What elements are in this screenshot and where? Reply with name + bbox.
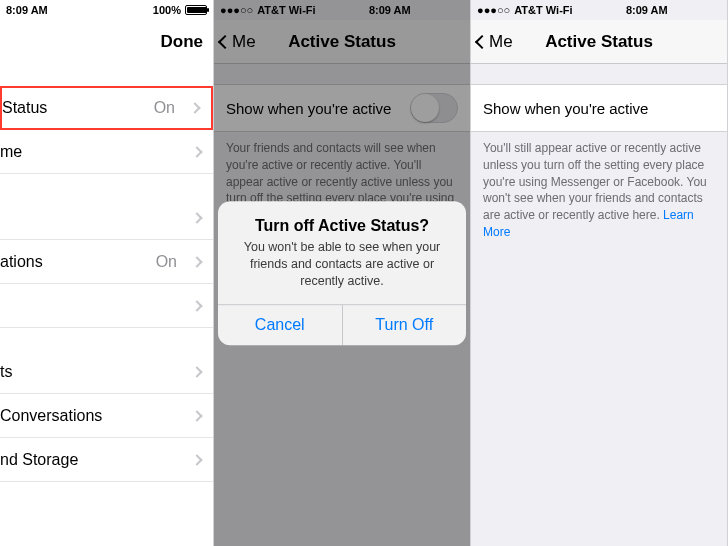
- confirm-dialog: Turn off Active Status? You won't be abl…: [218, 201, 466, 345]
- chevron-right-icon: [191, 300, 202, 311]
- row-label: me: [0, 143, 22, 161]
- back-label: Me: [489, 32, 513, 52]
- status-time: 8:09 AM: [6, 4, 48, 16]
- battery-icon: [185, 5, 207, 15]
- chevron-right-icon: [191, 410, 202, 421]
- row-data-storage[interactable]: nd Storage: [0, 438, 213, 482]
- dialog-title: Turn off Active Status?: [218, 201, 466, 239]
- dialog-buttons: Cancel Turn Off: [218, 304, 466, 345]
- row-label: nd Storage: [0, 451, 78, 469]
- row-label: ts: [0, 363, 12, 381]
- signal-dots-icon: ●●●○○: [477, 4, 510, 16]
- row-item[interactable]: [0, 284, 213, 328]
- row-active-status[interactable]: Status On: [0, 86, 213, 130]
- description-text: You'll still appear active or recently a…: [471, 132, 727, 241]
- chevron-right-icon: [191, 146, 202, 157]
- row-value: On: [154, 99, 175, 117]
- settings-panel: 8:09 AM 100% Done Status On me ations On: [0, 0, 214, 546]
- settings-group-3: ts Conversations nd Storage: [0, 350, 213, 482]
- row-label: ations: [0, 253, 43, 271]
- settings-group-1: Status On me: [0, 86, 213, 174]
- turn-off-button[interactable]: Turn Off: [343, 305, 467, 345]
- chevron-right-icon: [189, 102, 200, 113]
- row-username[interactable]: me: [0, 130, 213, 174]
- status-carrier: AT&T Wi-Fi: [514, 4, 572, 16]
- row-notifications[interactable]: ations On: [0, 240, 213, 284]
- status-battery-pct: 100%: [153, 4, 181, 16]
- chevron-right-icon: [191, 212, 202, 223]
- active-status-panel-off: ●●●○○ AT&T Wi-Fi 8:09 AM Me Active Statu…: [471, 0, 728, 546]
- row-payments[interactable]: ts: [0, 350, 213, 394]
- nav-title: Active Status: [545, 32, 653, 52]
- chevron-right-icon: [191, 454, 202, 465]
- row-label: Show when you're active: [483, 100, 648, 117]
- cancel-button[interactable]: Cancel: [218, 305, 343, 345]
- dialog-message: You won't be able to see when your frien…: [218, 239, 466, 304]
- row-item[interactable]: [0, 196, 213, 240]
- status-time: 8:09 AM: [626, 4, 668, 16]
- nav-bar: Me Active Status: [471, 20, 727, 64]
- row-label: Status: [2, 99, 47, 117]
- row-label: Conversations: [0, 407, 102, 425]
- chevron-left-icon: [475, 34, 489, 48]
- row-value: On: [156, 253, 177, 271]
- show-active-row[interactable]: Show when you're active: [471, 84, 727, 132]
- done-button[interactable]: Done: [161, 32, 204, 52]
- chevron-right-icon: [191, 256, 202, 267]
- nav-bar: Done: [0, 20, 213, 64]
- settings-group-2: ations On: [0, 196, 213, 328]
- chevron-right-icon: [191, 366, 202, 377]
- row-secret-conversations[interactable]: Conversations: [0, 394, 213, 438]
- status-bar: 8:09 AM 100%: [0, 0, 213, 20]
- active-status-panel-dialog: ●●●○○ AT&T Wi-Fi 8:09 AM Me Active Statu…: [214, 0, 471, 546]
- back-button[interactable]: Me: [477, 32, 513, 52]
- status-bar: ●●●○○ AT&T Wi-Fi 8:09 AM: [471, 0, 727, 20]
